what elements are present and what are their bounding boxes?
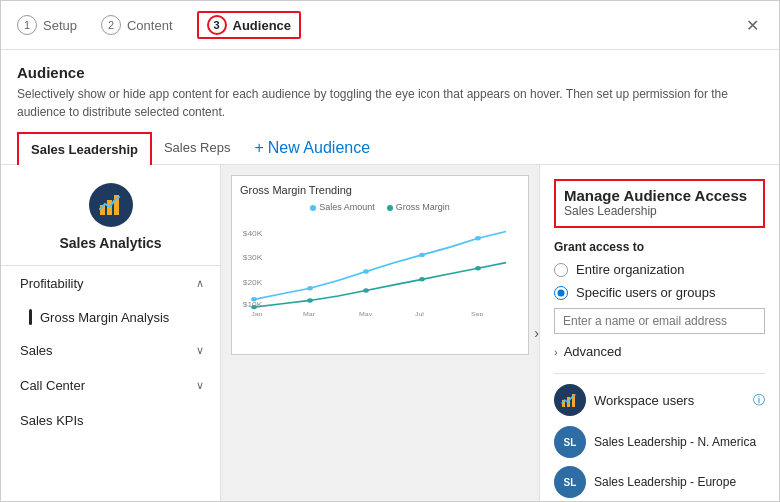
chevron-up-icon: ∧ bbox=[196, 277, 204, 290]
step-num-content: 2 bbox=[101, 15, 121, 35]
app-name: Sales Analytics bbox=[59, 235, 161, 251]
radio-label-entire: Entire organization bbox=[576, 262, 684, 277]
nav-item-profitability[interactable]: Profitability ∧ bbox=[1, 266, 220, 301]
advanced-row[interactable]: › Advanced bbox=[554, 344, 765, 359]
new-audience-button[interactable]: + New Audience bbox=[242, 132, 382, 164]
step-content[interactable]: 2 Content bbox=[101, 15, 173, 35]
radio-entire-org[interactable]: Entire organization bbox=[554, 262, 765, 277]
main-content: Sales Analytics Profitability ∧ Gross Ma… bbox=[1, 165, 779, 501]
step-num-setup: 1 bbox=[17, 15, 37, 35]
nav-item-sales[interactable]: Sales ∨ bbox=[1, 333, 220, 368]
nav-sub-gross-margin[interactable]: Gross Margin Analysis bbox=[1, 301, 220, 333]
svg-point-4 bbox=[307, 286, 313, 290]
svg-point-12 bbox=[475, 266, 481, 270]
audience-section: Audience Selectively show or hide app co… bbox=[1, 50, 779, 131]
step-num-audience: 3 bbox=[207, 15, 227, 35]
svg-point-9 bbox=[307, 298, 313, 302]
app-icon bbox=[89, 183, 133, 227]
info-icon[interactable]: ⓘ bbox=[753, 392, 765, 409]
nav-items: Profitability ∧ Gross Margin Analysis Sa… bbox=[1, 266, 220, 501]
tab-sales-reps[interactable]: Sales Reps bbox=[152, 132, 242, 163]
new-audience-label: New Audience bbox=[268, 140, 370, 156]
nav-label-profitability: Profitability bbox=[20, 276, 84, 291]
workspace-label: Workspace users bbox=[594, 393, 745, 408]
svg-point-11 bbox=[419, 277, 425, 281]
manage-access-subtitle: Sales Leadership bbox=[564, 204, 755, 218]
legend-sales-amount: Sales Amount bbox=[310, 202, 375, 212]
svg-text:Sep: Sep bbox=[471, 311, 484, 316]
header: 1 Setup 2 Content 3 Audience ✕ bbox=[1, 1, 779, 50]
radio-label-specific: Specific users or groups bbox=[576, 285, 715, 300]
dialog: 1 Setup 2 Content 3 Audience ✕ Audience … bbox=[0, 0, 780, 502]
expand-panel-button[interactable]: › bbox=[534, 325, 539, 341]
svg-text:Mar: Mar bbox=[303, 311, 315, 316]
user-name-0: Sales Leadership - N. America bbox=[594, 435, 756, 449]
chart-title: Gross Margin Trending bbox=[240, 184, 520, 196]
body: Audience Selectively show or hide app co… bbox=[1, 50, 779, 501]
user-avatar-0: SL bbox=[554, 426, 586, 458]
svg-text:Jul: Jul bbox=[415, 311, 424, 316]
tab-sales-leadership[interactable]: Sales Leadership bbox=[17, 132, 152, 165]
user-name-1: Sales Leadership - Europe bbox=[594, 475, 736, 489]
app-icon-area: Sales Analytics bbox=[1, 165, 220, 266]
nav-label-gross-margin: Gross Margin Analysis bbox=[40, 310, 169, 325]
audience-description: Selectively show or hide app content for… bbox=[17, 85, 763, 121]
mini-chart: $40K $30K $20K $10K Jan Mar May Jul Sep bbox=[240, 216, 520, 316]
radio-circle-entire bbox=[554, 263, 568, 277]
svg-text:Jan: Jan bbox=[251, 311, 263, 316]
svg-text:$30K: $30K bbox=[243, 254, 263, 262]
svg-text:May: May bbox=[359, 311, 373, 316]
steps: 1 Setup 2 Content 3 Audience bbox=[17, 11, 742, 39]
nav-panel: Sales Analytics Profitability ∧ Gross Ma… bbox=[1, 165, 221, 501]
svg-point-7 bbox=[475, 236, 481, 240]
chevron-down-icon-sales: ∨ bbox=[196, 344, 204, 357]
user-row-0: SL Sales Leadership - N. America bbox=[554, 426, 765, 458]
chevron-right-icon: › bbox=[554, 346, 558, 358]
email-input[interactable] bbox=[554, 308, 765, 334]
user-row-1: SL Sales Leadership - Europe bbox=[554, 466, 765, 498]
nav-label-sales-kpis: Sales KPIs bbox=[20, 413, 84, 428]
step-label-audience: Audience bbox=[233, 18, 292, 33]
legend-gross-margin: Gross Margin bbox=[387, 202, 450, 212]
audience-title: Audience bbox=[17, 64, 763, 81]
svg-text:$40K: $40K bbox=[243, 230, 263, 238]
grant-label: Grant access to bbox=[554, 240, 765, 254]
preview-panel: Gross Margin Trending Sales Amount Gross… bbox=[221, 165, 539, 501]
step-active-box: 3 Audience bbox=[197, 11, 302, 39]
chart-legend: Sales Amount Gross Margin bbox=[240, 202, 520, 212]
svg-point-6 bbox=[419, 253, 425, 257]
nav-label-call-center: Call Center bbox=[20, 378, 85, 393]
plus-icon: + bbox=[254, 140, 263, 156]
nav-sub-bar bbox=[29, 309, 32, 325]
svg-text:$10K: $10K bbox=[243, 301, 263, 309]
svg-point-5 bbox=[363, 269, 369, 273]
manage-panel: Manage Audience Access Sales Leadership … bbox=[539, 165, 779, 501]
manage-access-box: Manage Audience Access Sales Leadership bbox=[554, 179, 765, 228]
step-label-setup: Setup bbox=[43, 18, 77, 33]
manage-access-title: Manage Audience Access bbox=[564, 187, 755, 204]
step-setup[interactable]: 1 Setup bbox=[17, 15, 77, 35]
svg-text:$20K: $20K bbox=[243, 279, 263, 287]
nav-label-sales: Sales bbox=[20, 343, 53, 358]
step-label-content: Content bbox=[127, 18, 173, 33]
workspace-icon bbox=[554, 384, 586, 416]
user-avatar-1: SL bbox=[554, 466, 586, 498]
close-button[interactable]: ✕ bbox=[742, 12, 763, 39]
radio-specific-users[interactable]: Specific users or groups bbox=[554, 285, 765, 300]
workspace-row: Workspace users ⓘ bbox=[554, 384, 765, 416]
svg-point-10 bbox=[363, 288, 369, 292]
step-audience[interactable]: 3 Audience bbox=[197, 11, 302, 39]
nav-item-call-center[interactable]: Call Center ∨ bbox=[1, 368, 220, 403]
divider bbox=[554, 373, 765, 374]
chevron-down-icon-cc: ∨ bbox=[196, 379, 204, 392]
advanced-label: Advanced bbox=[564, 344, 622, 359]
tabs-bar: Sales Leadership Sales Reps + New Audien… bbox=[1, 131, 779, 165]
nav-item-sales-kpis[interactable]: Sales KPIs bbox=[1, 403, 220, 438]
radio-circle-specific bbox=[554, 286, 568, 300]
